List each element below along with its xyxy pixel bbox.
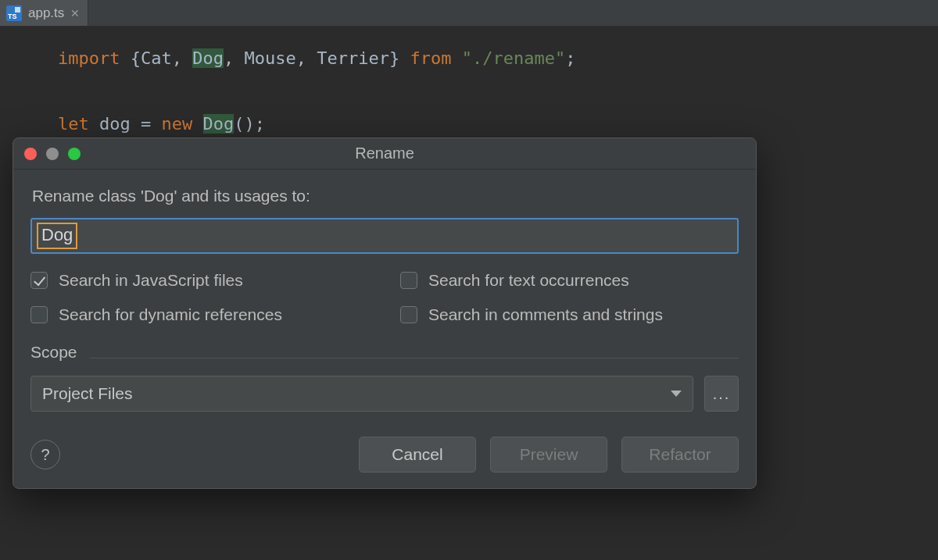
kw-from: from [410,48,451,68]
symbol-dog[interactable]: Dog [203,114,234,134]
check-label: Search for dynamic references [59,305,282,324]
refactor-button[interactable]: Refactor [621,437,739,473]
dialog-title: Rename [355,144,414,162]
check-search-text[interactable]: Search for text occurrences [400,271,739,290]
help-icon: ? [41,446,49,464]
tab-filename: app.ts [28,5,64,21]
check-label: Search for text occurrences [428,271,629,290]
help-button[interactable]: ? [30,440,60,469]
window-controls [24,148,81,160]
window-close-icon[interactable] [24,148,37,160]
window-zoom-icon[interactable] [68,148,81,160]
scope-value: Project Files [42,384,133,403]
scope-more-button[interactable]: ... [704,376,739,412]
preview-button[interactable]: Preview [490,437,607,473]
dialog-titlebar[interactable]: Rename [13,138,756,169]
checkbox-icon[interactable] [400,272,417,289]
window-minimize-icon[interactable] [46,148,59,160]
ellipsis-icon: ... [713,385,731,403]
editor-tab-app-ts[interactable]: TS app.ts ✕ [0,0,88,26]
cancel-button[interactable]: Cancel [359,437,476,473]
rename-input[interactable]: Dog [37,223,77,249]
divider [90,358,739,358]
rename-input-wrap[interactable]: Dog [30,218,739,254]
checkbox-icon[interactable] [30,272,48,289]
check-search-js[interactable]: Search in JavaScript files [30,271,369,290]
checkbox-icon[interactable] [30,306,48,323]
ts-badge-text: TS [8,13,17,20]
kw-import: import [58,48,120,68]
typescript-file-icon: TS [6,5,22,21]
chevron-down-icon [671,391,682,397]
kw-new: new [162,114,193,134]
close-icon[interactable]: ✕ [70,7,80,20]
editor-tabbar: TS app.ts ✕ [0,0,938,27]
kw-let: let [58,114,89,134]
scope-select[interactable]: Project Files [30,376,693,412]
rename-dialog: Rename Rename class 'Dog' and its usages… [13,137,757,489]
check-search-dynamic[interactable]: Search for dynamic references [30,305,369,324]
check-label: Search in JavaScript files [59,271,243,290]
check-label: Search in comments and strings [428,305,663,324]
rename-prompt: Rename class 'Dog' and its usages to: [32,187,739,205]
scope-label: Scope [30,343,77,362]
check-search-comments[interactable]: Search in comments and strings [400,305,739,324]
symbol-dog[interactable]: Dog [192,48,224,68]
checkbox-icon[interactable] [400,306,417,323]
rename-options: Search in JavaScript files Search for te… [30,271,739,324]
